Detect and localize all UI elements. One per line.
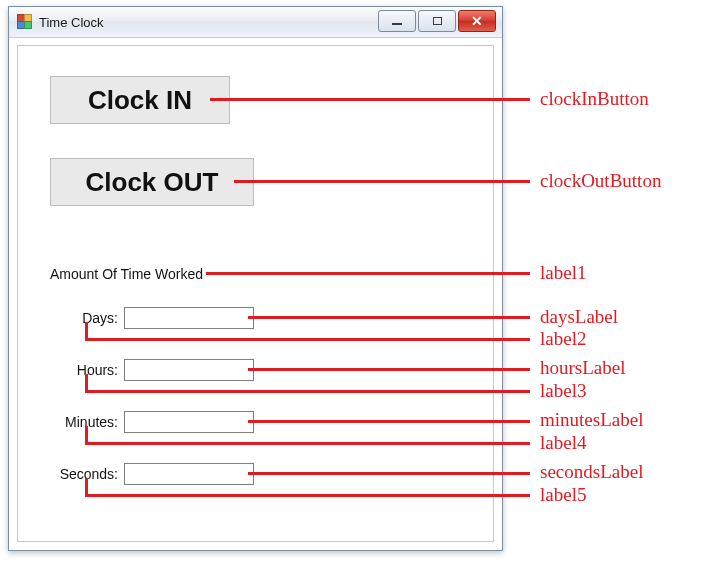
app-icon: [17, 14, 33, 30]
leader-line: [234, 180, 530, 183]
annotation-clockOutButton: clockOutButton: [540, 170, 661, 192]
maximize-icon: [433, 17, 442, 25]
leader-line: [248, 316, 530, 319]
close-button[interactable]: ✕: [458, 10, 496, 32]
leader-line: [85, 338, 530, 341]
days-value-box: [124, 307, 254, 329]
clock-out-button[interactable]: Clock OUT: [50, 158, 254, 206]
annotation-label2: label2: [540, 328, 586, 350]
annotation-clockInButton: clockInButton: [540, 88, 649, 110]
minimize-button[interactable]: [378, 10, 416, 32]
leader-line: [248, 420, 530, 423]
annotation-hoursLabel: hoursLabel: [540, 357, 625, 379]
time-clock-window: Time Clock ✕ Clock IN Clock OUT Amount O…: [8, 6, 503, 551]
maximize-button[interactable]: [418, 10, 456, 32]
annotation-label1: label1: [540, 262, 586, 284]
close-icon: ✕: [471, 14, 483, 28]
leader-line: [248, 368, 530, 371]
annotation-minutesLabel: minutesLabel: [540, 409, 643, 431]
annotation-secondsLabel: secondsLabel: [540, 461, 643, 483]
clock-in-button[interactable]: Clock IN: [50, 76, 230, 124]
leader-line: [206, 272, 530, 275]
hours-value-box: [124, 359, 254, 381]
leader-line: [210, 98, 530, 101]
annotation-daysLabel: daysLabel: [540, 306, 618, 328]
client-area: Clock IN Clock OUT Amount Of Time Worked…: [17, 45, 494, 542]
annotation-label3: label3: [540, 380, 586, 402]
minimize-icon: [392, 23, 402, 25]
annotation-label5: label5: [540, 484, 586, 506]
seconds-value-box: [124, 463, 254, 485]
leader-line: [85, 390, 530, 393]
annotation-label4: label4: [540, 432, 586, 454]
window-title: Time Clock: [39, 15, 104, 30]
leader-line: [85, 442, 530, 445]
title-bar[interactable]: Time Clock ✕: [9, 7, 502, 38]
leader-line: [85, 494, 530, 497]
minutes-value-box: [124, 411, 254, 433]
leader-line: [248, 472, 530, 475]
amount-of-time-worked-label: Amount Of Time Worked: [50, 266, 203, 282]
window-controls: ✕: [378, 10, 496, 32]
